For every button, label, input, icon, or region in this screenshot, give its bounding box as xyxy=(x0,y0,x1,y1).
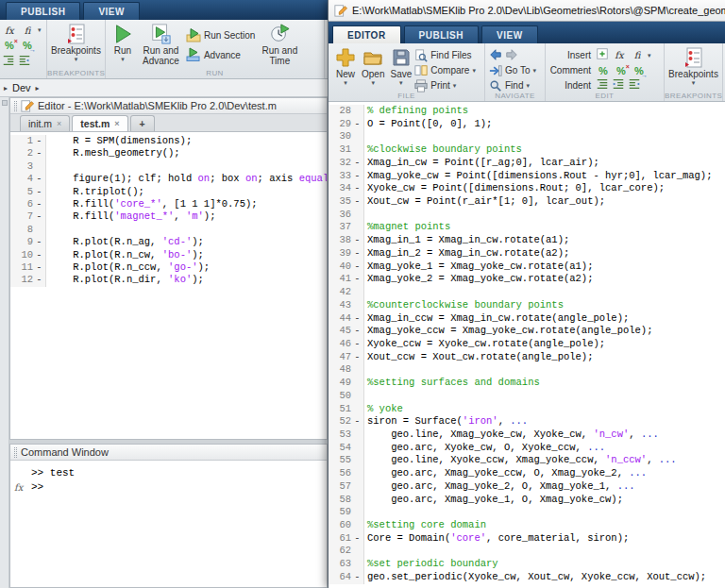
code-line[interactable]: 57 geo.arc, Xmag_yoke_2, O, Xmag_yoke_1,… xyxy=(329,480,725,494)
code-line[interactable]: 53 geo.line, Xmag_yoke_cw, Xyoke_cw, 'n_… xyxy=(329,428,725,442)
code-line[interactable]: 61-Core = Domain('core', core_material, … xyxy=(329,532,725,546)
indent-right-icon[interactable] xyxy=(2,54,15,71)
ribbon-tab-publish[interactable]: PUBLISH xyxy=(404,25,479,43)
code-line[interactable]: 41-Xmag_yoke_2 = Xmag_yoke_cw.rotate(a2)… xyxy=(329,273,725,286)
crumb-arrow-icon[interactable]: ▸ xyxy=(36,84,40,92)
code-line[interactable]: 33-Xmag_yoke_cw = Point([dimensions.Rout… xyxy=(329,170,725,183)
code-line[interactable]: 50 xyxy=(329,390,725,403)
doc-tab-test[interactable]: test.m × xyxy=(72,115,127,131)
run-button[interactable]: Run ▾ xyxy=(110,23,136,63)
breadcrumb-item-dev[interactable]: Dev xyxy=(12,82,31,93)
code-editor-create-geometry-m[interactable]: 28% defining points29-O = Point([0, 0], … xyxy=(329,102,725,588)
code-line[interactable]: 42 xyxy=(329,286,725,299)
code-line[interactable]: 34-Xyoke_cw = Point([dimensions.Rout; 0]… xyxy=(329,182,725,195)
code-line[interactable]: 56 geo.arc, Xmag_yoke_ccw, O, Xmag_yoke_… xyxy=(329,467,725,480)
new-button[interactable]: New ▾ xyxy=(332,46,359,87)
code-line[interactable]: 3 xyxy=(10,160,327,173)
code-line[interactable]: 6- R.fill('core_*', [1 1 1]*0.75); xyxy=(10,198,327,210)
code-line[interactable]: 12- R.plot(R.n_dir, 'ko'); xyxy=(10,274,327,286)
close-icon[interactable]: × xyxy=(114,119,119,128)
insert-section-icon[interactable] xyxy=(596,47,609,64)
dock-button[interactable] xyxy=(2,100,8,106)
comment-icon[interactable]: % xyxy=(596,64,611,77)
panel-drag-handle[interactable] xyxy=(14,101,17,111)
find-button[interactable]: Find ▾ xyxy=(489,78,536,92)
panel-drag-handle[interactable] xyxy=(14,447,17,458)
code-line[interactable]: 63%set periodic boundary xyxy=(329,558,725,571)
run-and-advance-button[interactable]: Run and Advance xyxy=(140,23,182,67)
code-line[interactable]: 10- R.plot(R.n_cw, 'bo-'); xyxy=(10,249,327,261)
breadcrumb[interactable]: ▸ Dev ▸ xyxy=(0,79,328,97)
code-line[interactable]: 11- R.plot(R.n_ccw, 'go-'); xyxy=(10,261,327,274)
code-line[interactable]: 48 xyxy=(329,363,725,377)
code-line[interactable]: 32-Xmag_in_cw = Point([r_ag;0], lcar_air… xyxy=(329,157,725,170)
code-line[interactable]: 62 xyxy=(329,545,725,558)
ribbon-tab-view[interactable]: VIEW xyxy=(83,2,140,20)
command-window-header[interactable]: Command Window xyxy=(10,445,327,461)
code-line[interactable]: 37%magnet points xyxy=(329,221,725,234)
wrap-comment-icon[interactable]: %→ xyxy=(20,39,35,52)
ribbon-tab-view[interactable]: VIEW xyxy=(481,25,538,43)
close-icon[interactable]: × xyxy=(57,119,61,128)
code-line[interactable]: 49%setting surfaces and domains xyxy=(329,377,725,390)
code-line[interactable]: 51% yoke xyxy=(329,403,725,416)
uncomment-icon[interactable]: %× xyxy=(614,64,629,77)
breakpoints-button[interactable]: Breakpoints ▾ xyxy=(666,46,721,87)
uncomment-icon[interactable]: %× xyxy=(2,39,17,52)
code-line[interactable]: 55 geo.line, Xyoke_ccw, Xmag_yoke_ccw, '… xyxy=(329,454,725,467)
code-line[interactable]: 52-siron = Surface('iron', ... xyxy=(329,415,725,428)
code-line[interactable]: 36 xyxy=(329,209,725,222)
window-titlebar[interactable]: E:\Work\Matlab\SMEKlib Pro 2.0\Dev\Lib\G… xyxy=(329,0,725,22)
code-line[interactable]: 31%clockwise boundary points xyxy=(329,143,725,157)
code-line[interactable]: 59 xyxy=(329,506,725,519)
code-line[interactable]: 46-Xyoke_ccw = Xyoke_cw.rotate(angle_pol… xyxy=(329,338,725,351)
forward-button[interactable] xyxy=(505,48,518,63)
back-button[interactable] xyxy=(489,48,502,63)
run-section-button[interactable]: Run Section xyxy=(186,26,255,43)
code-line[interactable]: 64-geo.set_periodic(Xyoke_cw, Xout_cw, X… xyxy=(329,571,725,584)
code-line[interactable]: 9- R.plot(R.n_ag, 'cd-'); xyxy=(10,236,327,248)
insert-fx-icon[interactable]: fx xyxy=(612,49,627,62)
code-line[interactable]: 4- figure(1); clf; hold on; box on; axis… xyxy=(10,173,327,185)
code-line[interactable]: 60%setting core domain xyxy=(329,519,725,532)
editor-panel-header[interactable]: Editor - E:\Work\Matlab\SMEKlib Pro 2.0\… xyxy=(10,98,327,114)
advance-button[interactable]: Advance xyxy=(186,46,255,63)
code-line[interactable]: 39-Xmag_in_2 = Xmag_in_cw.rotate(a2); xyxy=(329,247,725,260)
insert-fx-icon[interactable]: fx xyxy=(2,24,17,37)
wrap-comment-icon[interactable]: %→ xyxy=(632,64,647,77)
code-line[interactable]: 38-Xmag_in_1 = Xmag_in_cw.rotate(a1); xyxy=(329,234,725,247)
new-tab-button[interactable]: + xyxy=(130,115,155,131)
crumb-arrow-icon[interactable]: ▸ xyxy=(4,84,8,92)
insert-function-icon[interactable]: fi xyxy=(20,24,35,37)
code-line[interactable]: 40-Xmag_yoke_1 = Xmag_yoke_cw.rotate(a1)… xyxy=(329,260,725,274)
fx-hint-icon[interactable]: fx xyxy=(10,480,31,495)
code-line[interactable]: 44-Xmag_in_ccw = Xmag_in_cw.rotate(angle… xyxy=(329,312,725,326)
compare-button[interactable]: Compare ▾ xyxy=(414,63,476,77)
open-button[interactable]: Open ▾ xyxy=(359,46,387,87)
code-line[interactable]: 1- R = SPM(dimensions); xyxy=(10,135,327,147)
code-line[interactable]: 45-Xmag_yoke_ccw = Xmag_yoke_cw.rotate(a… xyxy=(329,325,725,338)
code-line[interactable]: 8 xyxy=(10,224,327,236)
code-line[interactable]: 30 xyxy=(329,130,725,143)
doc-tab-init[interactable]: init.m × xyxy=(20,115,70,131)
save-button[interactable]: Save ▾ xyxy=(387,46,414,87)
code-line[interactable]: 2- R.mesh_geometry(); xyxy=(10,147,327,160)
code-line[interactable]: 7- R.fill('magnet_*', 'm'); xyxy=(10,210,327,223)
code-line[interactable]: 54 geo.arc, Xyoke_cw, O, Xyoke_ccw, ... xyxy=(329,442,725,455)
breakpoints-button[interactable]: Breakpoints ▾ xyxy=(48,23,104,63)
command-prompt-line[interactable]: fx >> xyxy=(10,480,327,495)
insert-caret-icon[interactable]: ▾ xyxy=(38,27,42,33)
code-line[interactable]: 47-Xout_ccw = Xout_cw.rotate(angle_pole)… xyxy=(329,351,725,364)
command-window-body[interactable]: >> test fx >> xyxy=(10,461,327,587)
ribbon-tab-publish[interactable]: PUBLISH xyxy=(6,2,80,20)
command-prompt[interactable]: >> xyxy=(31,480,43,495)
code-editor-test-m[interactable]: 1- R = SPM(dimensions);2- R.mesh_geometr… xyxy=(10,132,327,439)
indent-left-icon[interactable] xyxy=(18,54,31,71)
insert-function-icon[interactable]: fi xyxy=(630,49,645,62)
dock-strip[interactable] xyxy=(0,97,9,588)
code-line[interactable]: 35-Xout_cw = Point(r_air*[1; 0], lcar_ou… xyxy=(329,195,725,209)
insert-caret-icon[interactable]: ▾ xyxy=(648,53,651,59)
code-line[interactable]: 5- R.triplot(); xyxy=(10,186,327,198)
code-line[interactable]: 43%counterclockwise boundary points xyxy=(329,299,725,312)
code-line[interactable]: 58 geo.arc, Xmag_yoke_1, O, Xmag_yoke_cw… xyxy=(329,494,725,507)
